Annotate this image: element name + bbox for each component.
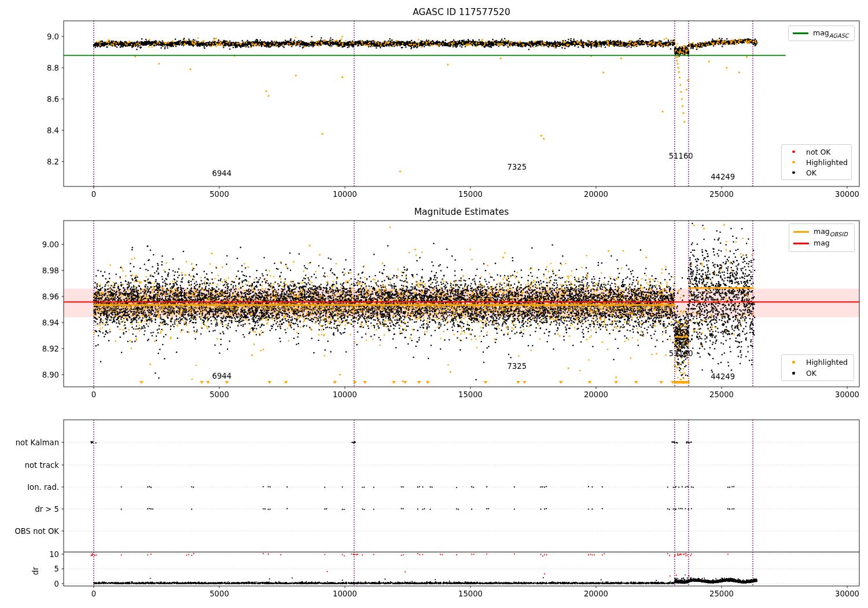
legend-mag-lines: magOBSID mag <box>789 224 855 252</box>
clipped-points-markers <box>139 381 690 384</box>
dr-tick-label: 0 <box>54 580 59 588</box>
x-tick-label: 30000 <box>835 589 859 598</box>
y-tick-label: 8.94 <box>42 318 59 327</box>
dr-tick-label: 5 <box>54 565 59 573</box>
legend-middle-point-types: Highlighted OK <box>781 354 854 381</box>
top-plot-axes: 050001000015000200002500030000 <box>64 21 859 199</box>
x-tick-label: 20000 <box>584 390 608 399</box>
dr-tick-label: 10 <box>49 550 59 559</box>
middle-plot-axes: 050001000015000200002500030000 <box>64 221 859 399</box>
red-line-swatch <box>793 243 809 244</box>
legend-row: magAGASC <box>793 28 850 39</box>
legend-label-mag-agasc: magAGASC <box>813 28 849 39</box>
flag-category-label: Ion. rad. <box>27 483 59 492</box>
obsid-annotation-44249: 44249 <box>711 172 735 181</box>
legend-row: not OK <box>786 146 847 157</box>
x-tick-label: 25000 <box>709 589 734 598</box>
y-tick-label: 8.96 <box>42 292 59 301</box>
flags-plot-axes: 050001000015000200002500030000 <box>64 420 859 598</box>
x-tick-label: 30000 <box>835 190 859 199</box>
legend-row: magOBSID <box>793 226 850 237</box>
x-tick-label: 5000 <box>209 589 229 598</box>
x-tick-label: 15000 <box>458 390 483 399</box>
obsid-annotation-44249: 44249 <box>711 372 735 381</box>
dr-axis-label: dr <box>31 567 40 575</box>
y-tick-label: 8.90 <box>42 371 59 379</box>
x-tick-label: 10000 <box>333 589 357 598</box>
ok-marker <box>786 171 801 174</box>
not-ok-marker <box>786 151 801 153</box>
x-tick-label: 25000 <box>709 390 734 399</box>
flag-category-label: OBS not OK <box>14 527 59 536</box>
legend-label-mag: mag <box>814 239 830 249</box>
obsid-annotation-7325: 7325 <box>507 162 527 171</box>
legend-label-ok: OK <box>806 369 816 378</box>
y-tick-label: 8.6 <box>47 95 59 104</box>
orange-line-swatch <box>793 231 809 233</box>
top-plot-title: AGASC ID 117577520 <box>64 7 859 17</box>
x-tick-label: 15000 <box>458 190 483 199</box>
y-tick-label: 8.2 <box>47 158 59 166</box>
legend-label-highlighted: Highlighted <box>806 358 848 367</box>
y-tick-label: 8.8 <box>47 64 59 72</box>
legend-row: Highlighted <box>786 157 847 167</box>
legend-row: mag <box>793 238 850 249</box>
legend-label-highlighted: Highlighted <box>806 158 848 167</box>
x-tick-label: 5000 <box>209 390 229 399</box>
highlighted-marker <box>786 161 801 164</box>
x-tick-label: 10000 <box>333 190 357 199</box>
highlighted-marker <box>786 361 801 364</box>
obsid-annotation-6944: 6944 <box>212 372 232 380</box>
legend-top-point-types: not OK Highlighted OK <box>781 144 852 180</box>
obsid-annotation-51160: 51160 <box>669 151 693 160</box>
y-tick-label: 8.4 <box>47 126 59 135</box>
legend-label-not-ok: not OK <box>806 148 830 156</box>
legend-label-mag-obsid: magOBSID <box>814 227 848 237</box>
legend-mag-agasc: magAGASC <box>788 25 855 41</box>
obsid-annotation-7325: 7325 <box>507 362 527 371</box>
middle-plot-title: Magnitude Estimates <box>64 207 859 217</box>
x-tick-label: 15000 <box>458 589 483 598</box>
legend-label-ok: OK <box>806 169 816 177</box>
x-tick-label: 5000 <box>209 190 229 199</box>
agasc-magnitude-report-figure: 0500010000150002000025000300000500010000… <box>0 0 868 608</box>
x-tick-label: 0 <box>91 589 96 598</box>
x-tick-label: 0 <box>91 190 96 199</box>
obsid-annotation-6944: 6944 <box>212 169 232 178</box>
x-tick-label: 10000 <box>333 390 357 399</box>
legend-row: Highlighted <box>786 357 849 368</box>
flag-category-label: not Kalman <box>16 438 59 447</box>
flag-category-label: not track <box>25 461 60 470</box>
y-tick-label: 8.92 <box>42 345 59 353</box>
legend-row: OK <box>786 368 849 379</box>
axes-overlay: 0500010000150002000025000300000500010000… <box>0 0 868 608</box>
y-tick-label: 9.0 <box>47 32 59 41</box>
x-tick-label: 20000 <box>584 190 608 199</box>
x-tick-label: 20000 <box>584 589 608 598</box>
legend-row: OK <box>786 167 847 178</box>
y-tick-label: 8.98 <box>42 266 59 275</box>
obsid-annotation-51160: 51160 <box>669 349 693 357</box>
y-tick-label: 9.00 <box>42 240 59 249</box>
x-tick-label: 25000 <box>709 190 734 199</box>
green-line-swatch <box>793 32 808 34</box>
x-tick-label: 0 <box>91 390 96 399</box>
flag-category-label: dr > 5 <box>35 505 59 514</box>
x-tick-label: 30000 <box>835 390 859 399</box>
ok-marker <box>786 372 801 375</box>
